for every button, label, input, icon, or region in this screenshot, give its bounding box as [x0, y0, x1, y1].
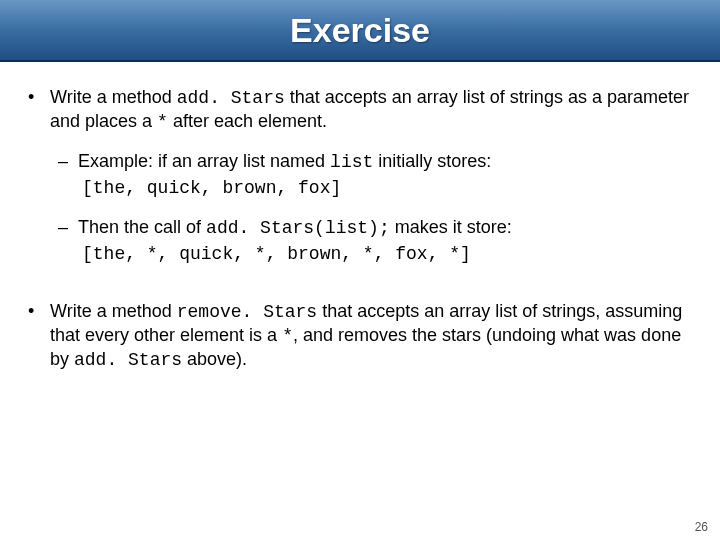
example-result-list: [the, *, quick, *, brown, *, fox, *] [22, 244, 698, 264]
code-call: add. Stars(list); [206, 218, 390, 238]
text: after each element. [168, 111, 327, 131]
text: Write a method [50, 301, 177, 321]
text: Example: if an array list named [78, 151, 330, 171]
code-method: add. Stars [177, 88, 285, 108]
slide-header: Exercise [0, 0, 720, 62]
code-list: list [330, 152, 373, 172]
code-method: remove. Stars [177, 302, 317, 322]
text: above). [182, 349, 247, 369]
sub-example-intro: Example: if an array list named list ini… [22, 150, 698, 174]
text: Then the call of [78, 217, 206, 237]
page-number: 26 [695, 520, 708, 534]
bullet-addstars: Write a method add. Stars that accepts a… [22, 86, 698, 134]
text: Write a method [50, 87, 177, 107]
text: makes it store: [390, 217, 512, 237]
sub-then-call: Then the call of add. Stars(list); makes… [22, 216, 698, 240]
code-method2: add. Stars [74, 350, 182, 370]
code-star: * [157, 112, 168, 132]
text: initially stores: [373, 151, 491, 171]
slide-title: Exercise [290, 11, 430, 50]
example-initial-list: [the, quick, brown, fox] [22, 178, 698, 198]
slide-body: Write a method add. Stars that accepts a… [0, 62, 720, 372]
code-star: * [282, 326, 293, 346]
bullet-removestars: Write a method remove. Stars that accept… [22, 300, 698, 372]
